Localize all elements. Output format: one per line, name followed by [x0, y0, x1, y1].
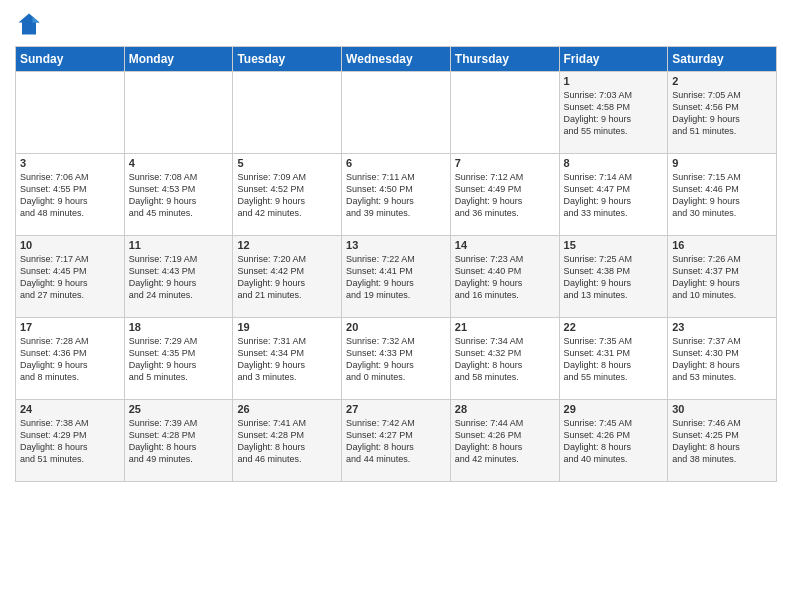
calendar: SundayMondayTuesdayWednesdayThursdayFrid… — [15, 46, 777, 482]
calendar-cell — [450, 72, 559, 154]
day-number: 14 — [455, 239, 555, 251]
day-info: Sunrise: 7:39 AM Sunset: 4:28 PM Dayligh… — [129, 417, 229, 466]
calendar-cell: 27Sunrise: 7:42 AM Sunset: 4:27 PM Dayli… — [342, 400, 451, 482]
day-info: Sunrise: 7:22 AM Sunset: 4:41 PM Dayligh… — [346, 253, 446, 302]
day-info: Sunrise: 7:29 AM Sunset: 4:35 PM Dayligh… — [129, 335, 229, 384]
day-number: 15 — [564, 239, 664, 251]
day-info: Sunrise: 7:31 AM Sunset: 4:34 PM Dayligh… — [237, 335, 337, 384]
calendar-cell: 11Sunrise: 7:19 AM Sunset: 4:43 PM Dayli… — [124, 236, 233, 318]
day-number: 19 — [237, 321, 337, 333]
day-info: Sunrise: 7:42 AM Sunset: 4:27 PM Dayligh… — [346, 417, 446, 466]
day-number: 7 — [455, 157, 555, 169]
calendar-cell: 23Sunrise: 7:37 AM Sunset: 4:30 PM Dayli… — [668, 318, 777, 400]
calendar-header-sunday: Sunday — [16, 47, 125, 72]
logo — [15, 10, 47, 38]
day-info: Sunrise: 7:08 AM Sunset: 4:53 PM Dayligh… — [129, 171, 229, 220]
calendar-cell: 1Sunrise: 7:03 AM Sunset: 4:58 PM Daylig… — [559, 72, 668, 154]
calendar-header-monday: Monday — [124, 47, 233, 72]
calendar-week-3: 10Sunrise: 7:17 AM Sunset: 4:45 PM Dayli… — [16, 236, 777, 318]
calendar-cell: 3Sunrise: 7:06 AM Sunset: 4:55 PM Daylig… — [16, 154, 125, 236]
calendar-cell: 12Sunrise: 7:20 AM Sunset: 4:42 PM Dayli… — [233, 236, 342, 318]
calendar-cell: 25Sunrise: 7:39 AM Sunset: 4:28 PM Dayli… — [124, 400, 233, 482]
calendar-cell — [124, 72, 233, 154]
calendar-header-row: SundayMondayTuesdayWednesdayThursdayFrid… — [16, 47, 777, 72]
logo-icon — [15, 10, 43, 38]
calendar-cell: 2Sunrise: 7:05 AM Sunset: 4:56 PM Daylig… — [668, 72, 777, 154]
calendar-cell: 19Sunrise: 7:31 AM Sunset: 4:34 PM Dayli… — [233, 318, 342, 400]
calendar-cell: 30Sunrise: 7:46 AM Sunset: 4:25 PM Dayli… — [668, 400, 777, 482]
day-number: 3 — [20, 157, 120, 169]
calendar-cell: 5Sunrise: 7:09 AM Sunset: 4:52 PM Daylig… — [233, 154, 342, 236]
calendar-cell: 17Sunrise: 7:28 AM Sunset: 4:36 PM Dayli… — [16, 318, 125, 400]
day-number: 28 — [455, 403, 555, 415]
calendar-cell: 28Sunrise: 7:44 AM Sunset: 4:26 PM Dayli… — [450, 400, 559, 482]
calendar-cell: 14Sunrise: 7:23 AM Sunset: 4:40 PM Dayli… — [450, 236, 559, 318]
day-info: Sunrise: 7:41 AM Sunset: 4:28 PM Dayligh… — [237, 417, 337, 466]
day-number: 11 — [129, 239, 229, 251]
calendar-cell: 22Sunrise: 7:35 AM Sunset: 4:31 PM Dayli… — [559, 318, 668, 400]
calendar-week-1: 1Sunrise: 7:03 AM Sunset: 4:58 PM Daylig… — [16, 72, 777, 154]
calendar-cell — [16, 72, 125, 154]
calendar-header-wednesday: Wednesday — [342, 47, 451, 72]
calendar-cell: 15Sunrise: 7:25 AM Sunset: 4:38 PM Dayli… — [559, 236, 668, 318]
day-info: Sunrise: 7:37 AM Sunset: 4:30 PM Dayligh… — [672, 335, 772, 384]
day-info: Sunrise: 7:12 AM Sunset: 4:49 PM Dayligh… — [455, 171, 555, 220]
day-info: Sunrise: 7:23 AM Sunset: 4:40 PM Dayligh… — [455, 253, 555, 302]
calendar-header-tuesday: Tuesday — [233, 47, 342, 72]
day-number: 16 — [672, 239, 772, 251]
day-number: 1 — [564, 75, 664, 87]
calendar-cell: 16Sunrise: 7:26 AM Sunset: 4:37 PM Dayli… — [668, 236, 777, 318]
calendar-cell: 13Sunrise: 7:22 AM Sunset: 4:41 PM Dayli… — [342, 236, 451, 318]
day-number: 2 — [672, 75, 772, 87]
day-number: 17 — [20, 321, 120, 333]
calendar-week-5: 24Sunrise: 7:38 AM Sunset: 4:29 PM Dayli… — [16, 400, 777, 482]
calendar-cell: 21Sunrise: 7:34 AM Sunset: 4:32 PM Dayli… — [450, 318, 559, 400]
day-info: Sunrise: 7:20 AM Sunset: 4:42 PM Dayligh… — [237, 253, 337, 302]
svg-marker-0 — [19, 14, 40, 35]
calendar-cell: 6Sunrise: 7:11 AM Sunset: 4:50 PM Daylig… — [342, 154, 451, 236]
calendar-cell: 8Sunrise: 7:14 AM Sunset: 4:47 PM Daylig… — [559, 154, 668, 236]
calendar-cell: 10Sunrise: 7:17 AM Sunset: 4:45 PM Dayli… — [16, 236, 125, 318]
day-info: Sunrise: 7:14 AM Sunset: 4:47 PM Dayligh… — [564, 171, 664, 220]
day-number: 21 — [455, 321, 555, 333]
day-info: Sunrise: 7:09 AM Sunset: 4:52 PM Dayligh… — [237, 171, 337, 220]
day-number: 6 — [346, 157, 446, 169]
day-number: 27 — [346, 403, 446, 415]
calendar-cell — [233, 72, 342, 154]
day-number: 29 — [564, 403, 664, 415]
day-number: 26 — [237, 403, 337, 415]
day-info: Sunrise: 7:19 AM Sunset: 4:43 PM Dayligh… — [129, 253, 229, 302]
day-info: Sunrise: 7:26 AM Sunset: 4:37 PM Dayligh… — [672, 253, 772, 302]
calendar-week-4: 17Sunrise: 7:28 AM Sunset: 4:36 PM Dayli… — [16, 318, 777, 400]
calendar-header-saturday: Saturday — [668, 47, 777, 72]
calendar-cell: 26Sunrise: 7:41 AM Sunset: 4:28 PM Dayli… — [233, 400, 342, 482]
day-info: Sunrise: 7:15 AM Sunset: 4:46 PM Dayligh… — [672, 171, 772, 220]
day-number: 9 — [672, 157, 772, 169]
day-info: Sunrise: 7:35 AM Sunset: 4:31 PM Dayligh… — [564, 335, 664, 384]
day-number: 13 — [346, 239, 446, 251]
calendar-cell: 29Sunrise: 7:45 AM Sunset: 4:26 PM Dayli… — [559, 400, 668, 482]
day-info: Sunrise: 7:17 AM Sunset: 4:45 PM Dayligh… — [20, 253, 120, 302]
day-number: 23 — [672, 321, 772, 333]
day-info: Sunrise: 7:28 AM Sunset: 4:36 PM Dayligh… — [20, 335, 120, 384]
day-number: 22 — [564, 321, 664, 333]
day-info: Sunrise: 7:44 AM Sunset: 4:26 PM Dayligh… — [455, 417, 555, 466]
day-number: 10 — [20, 239, 120, 251]
day-info: Sunrise: 7:34 AM Sunset: 4:32 PM Dayligh… — [455, 335, 555, 384]
calendar-header-friday: Friday — [559, 47, 668, 72]
calendar-cell: 9Sunrise: 7:15 AM Sunset: 4:46 PM Daylig… — [668, 154, 777, 236]
day-info: Sunrise: 7:06 AM Sunset: 4:55 PM Dayligh… — [20, 171, 120, 220]
day-number: 12 — [237, 239, 337, 251]
day-info: Sunrise: 7:11 AM Sunset: 4:50 PM Dayligh… — [346, 171, 446, 220]
calendar-cell: 18Sunrise: 7:29 AM Sunset: 4:35 PM Dayli… — [124, 318, 233, 400]
calendar-cell: 4Sunrise: 7:08 AM Sunset: 4:53 PM Daylig… — [124, 154, 233, 236]
day-number: 18 — [129, 321, 229, 333]
day-info: Sunrise: 7:03 AM Sunset: 4:58 PM Dayligh… — [564, 89, 664, 138]
day-number: 24 — [20, 403, 120, 415]
day-info: Sunrise: 7:46 AM Sunset: 4:25 PM Dayligh… — [672, 417, 772, 466]
day-info: Sunrise: 7:05 AM Sunset: 4:56 PM Dayligh… — [672, 89, 772, 138]
page: SundayMondayTuesdayWednesdayThursdayFrid… — [0, 0, 792, 612]
day-number: 4 — [129, 157, 229, 169]
header — [15, 10, 777, 38]
day-number: 20 — [346, 321, 446, 333]
